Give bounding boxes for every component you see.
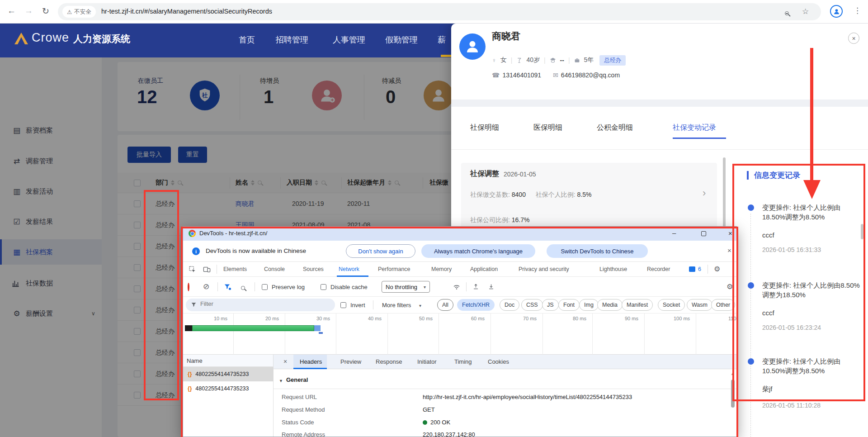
nav-hr[interactable]: 人事管理 <box>333 34 365 45</box>
employee-seniority: 5年 <box>584 56 594 64</box>
briefcase-icon <box>574 57 580 63</box>
phone-icon: ☎ <box>492 71 500 79</box>
screenshot-root: ← → ↻ ⚠ 不安全 hr-test.zjf-it.cn/#/salaryMa… <box>0 0 868 437</box>
tab-active-underline <box>673 138 726 139</box>
annotation-box-devtools <box>181 227 738 437</box>
nav-recruit[interactable]: 招聘管理 <box>276 34 308 45</box>
annotation-box-change-log <box>732 164 865 401</box>
tab-social-change-log[interactable]: 社保变动记录 <box>673 123 716 133</box>
browser-chrome: ← → ↻ ⚠ 不安全 hr-test.zjf-it.cn/#/salaryMa… <box>0 0 868 24</box>
adjustment-title: 社保调整 <box>470 169 499 179</box>
nav-salary[interactable]: 薪 <box>438 34 446 45</box>
gender-icon: ♀ <box>492 57 496 64</box>
product-name: 人力资源系统 <box>73 33 130 45</box>
education-icon <box>550 57 556 63</box>
employee-avatar <box>459 33 486 60</box>
nav-active-underline <box>441 55 451 57</box>
employee-gender: 女 <box>500 56 507 64</box>
employee-phone: 13146401091 <box>502 71 541 79</box>
employee-name: 商晓君 <box>492 30 520 43</box>
company-rate-value: 16.7% <box>512 216 530 223</box>
annotation-arrow-shaft <box>810 48 813 181</box>
personal-rate-value: 8.5% <box>577 191 592 198</box>
bookmark-star-icon[interactable]: ☆ <box>802 7 809 16</box>
dept-badge: 总经办 <box>599 55 626 66</box>
security-chip[interactable]: ⚠ 不安全 <box>62 6 96 18</box>
nav-attendance[interactable]: 假勤管理 <box>385 34 418 45</box>
brand-name: Crowe <box>32 31 69 45</box>
forward-icon[interactable]: → <box>24 6 33 16</box>
tab-fund-detail[interactable]: 公积金明细 <box>597 123 633 133</box>
warning-icon: ⚠ <box>67 9 72 15</box>
tab-social-detail[interactable]: 社保明细 <box>470 123 499 133</box>
security-label: 不安全 <box>74 8 91 16</box>
base-value: 8400 <box>512 191 526 198</box>
employee-email: 646198820@qq.com <box>561 71 620 79</box>
back-icon[interactable]: ← <box>7 6 16 16</box>
drawer-close-icon[interactable]: × <box>848 33 859 44</box>
zoom-out-icon[interactable] <box>785 9 789 17</box>
annotation-arrow-head <box>803 180 821 199</box>
tab-medical-detail[interactable]: 医保明细 <box>533 123 562 133</box>
adjustment-date: 2026-01-05 <box>504 171 536 178</box>
annotation-box-dept-column <box>144 190 179 400</box>
employee-education: -- <box>560 57 564 64</box>
chevron-right-icon[interactable]: › <box>703 187 706 199</box>
social-adjustment-card[interactable]: 社保调整 2026-01-05 社保缴交基数: 8400 社保个人比例: 8.5… <box>461 163 717 235</box>
url-text[interactable]: hr-test.zjf-it.cn/#/salaryManagement/soc… <box>101 8 272 15</box>
browser-profile-icon[interactable] <box>830 5 843 18</box>
reload-icon[interactable]: ↻ <box>42 6 49 16</box>
age-icon <box>516 57 522 63</box>
nav-home[interactable]: 首页 <box>239 34 255 45</box>
change-record-time: 2026-01-05 11:10:28 <box>762 402 821 409</box>
mail-icon: ✉ <box>553 71 558 79</box>
address-bar[interactable]: ⚠ 不安全 hr-test.zjf-it.cn/#/salaryManageme… <box>58 3 821 20</box>
browser-menu-icon[interactable]: ⋮ <box>854 6 861 15</box>
employee-meta-row: ♀ 女 | 40岁 | -- | 5年 总经办 <box>492 55 626 65</box>
employee-contact-row: ☎13146401091 ✉646198820@qq.com <box>492 71 620 79</box>
employee-age: 40岁 <box>526 56 540 64</box>
